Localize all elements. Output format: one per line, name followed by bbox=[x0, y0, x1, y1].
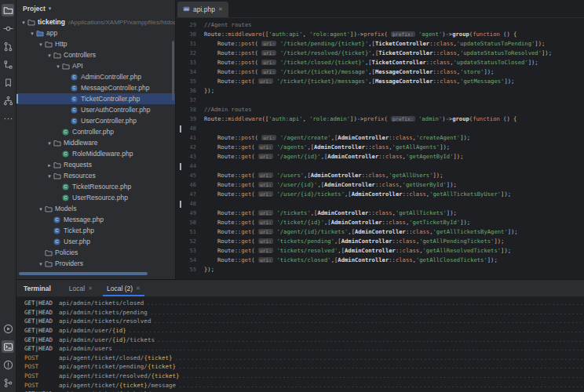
chevron-down-icon[interactable]: ▾ bbox=[46, 173, 53, 179]
vertical-scrollbar[interactable] bbox=[172, 41, 174, 100]
tree-row[interactable]: CTicket.php bbox=[16, 225, 175, 236]
parameter-hint: uri: bbox=[261, 60, 276, 65]
tree-row[interactable]: CController.php bbox=[16, 126, 175, 137]
code-segment: ]); bbox=[535, 40, 545, 47]
tree-row[interactable]: CAdminController.php bbox=[16, 71, 175, 82]
tree-row[interactable]: ▾Providers bbox=[16, 258, 175, 269]
chevron-right-icon[interactable]: ▸ bbox=[46, 162, 53, 168]
problems-icon[interactable] bbox=[2, 358, 14, 371]
tree-row[interactable]: CMessage.php bbox=[16, 214, 175, 225]
terminal-icon[interactable] bbox=[2, 340, 14, 353]
code-line[interactable]: 36}); bbox=[176, 86, 584, 96]
tree-row[interactable]: CTicketController.php bbox=[16, 93, 175, 104]
chevron-down-icon[interactable]: ▾ bbox=[46, 140, 53, 146]
tree-row[interactable]: CRoleMiddleware.php bbox=[16, 148, 175, 159]
code-line[interactable]: 32Route::post( uri: '/ticket/resolved/{t… bbox=[176, 49, 584, 58]
editor-tab-bar: php api.php ✕ bbox=[176, 0, 584, 18]
code-line[interactable]: 47Route::get( uri: '/user/{id}/tickets',… bbox=[176, 190, 584, 199]
chevron-down-icon[interactable]: ▾ bbox=[37, 261, 45, 267]
more-icon[interactable] bbox=[2, 112, 14, 125]
parameter-hint: uri: bbox=[258, 144, 273, 150]
code-segment: ( bbox=[251, 181, 258, 188]
horizontal-scrollbar[interactable] bbox=[19, 272, 148, 275]
route-method: POST bbox=[24, 354, 59, 361]
hierarchy-icon[interactable] bbox=[2, 94, 14, 107]
code-line[interactable]: 43Route::get( uri: '/agent/{id}',[AdminC… bbox=[176, 152, 584, 162]
run-icon[interactable] bbox=[2, 322, 14, 335]
project-icon[interactable] bbox=[2, 4, 14, 16]
code-line[interactable]: 31Route::post( uri: '/ticket/pending/{ti… bbox=[176, 39, 584, 49]
code-line[interactable]: 39Route::middleware(['auth:api', 'role:a… bbox=[176, 114, 584, 124]
code-line[interactable]: 50Route::get( uri: '/ticket/{id}',[Admin… bbox=[176, 218, 584, 227]
chevron-down-icon[interactable]: ▾ bbox=[49, 5, 52, 11]
code-line[interactable]: 29//Agent routes bbox=[176, 20, 584, 30]
tree-row[interactable]: CUserResource.php bbox=[16, 192, 175, 203]
chevron-down-icon[interactable]: ▾ bbox=[54, 64, 62, 69]
git-icon[interactable] bbox=[2, 376, 14, 389]
code-line[interactable]: 37 bbox=[176, 96, 584, 105]
code-line[interactable]: 53Route::get( uri: 'tickets/resolved',[A… bbox=[176, 246, 584, 256]
tree-row[interactable]: ▾API bbox=[16, 60, 175, 71]
structure-icon[interactable] bbox=[2, 58, 14, 71]
code-line[interactable]: 49Route::get( uri: '/tickets',[AdminCont… bbox=[176, 209, 584, 218]
code-line[interactable]: 42Route::get( uri: '/agents',[AdminContr… bbox=[176, 143, 584, 152]
tree-row[interactable]: CUserAuthController.php bbox=[16, 104, 175, 115]
code-line[interactable]: 51Route::get( uri: '/agent/{id}/tickets'… bbox=[176, 227, 584, 237]
chevron-down-icon[interactable]: ▾ bbox=[37, 206, 45, 212]
code-segment: Route:: bbox=[217, 228, 241, 235]
code-segment: get bbox=[241, 247, 251, 254]
code-segment: Route:: bbox=[217, 219, 241, 226]
tree-row[interactable]: Policies bbox=[16, 247, 175, 258]
route-param: {ticket} bbox=[119, 382, 148, 389]
close-icon[interactable]: ✕ bbox=[218, 6, 223, 13]
code-line[interactable]: 35Route::get( uri: '/ticket/{ticket}/mes… bbox=[176, 77, 584, 86]
code-area[interactable]: 29//Agent routes30Route::middleware(['au… bbox=[176, 18, 584, 279]
tree-row[interactable]: ▾Controllers bbox=[16, 49, 175, 60]
code-line[interactable]: 38//Admin routes bbox=[176, 105, 584, 114]
code-line[interactable]: 34Route::post( uri: '/ticket/{ticket}/me… bbox=[176, 67, 584, 77]
code-line[interactable]: 30Route::middleware(['auth:api', 'role:a… bbox=[176, 30, 584, 39]
tree-row[interactable]: CUser.php bbox=[16, 236, 175, 247]
bookmarks-icon[interactable] bbox=[2, 76, 14, 89]
tree-row[interactable]: ▸Requests bbox=[16, 159, 175, 170]
close-icon[interactable]: ✕ bbox=[136, 285, 141, 292]
code-line[interactable]: 52Route::get( uri: 'tickets/pending',[Ad… bbox=[176, 237, 584, 246]
close-icon[interactable]: ✕ bbox=[88, 285, 93, 292]
terminal-output[interactable]: GET|HEADapi/admin/tickets/closed........… bbox=[16, 297, 584, 392]
tree-row[interactable]: ▾app bbox=[16, 27, 175, 38]
pull-requests-icon[interactable] bbox=[2, 40, 14, 53]
terminal-row: GET|HEADapi/admin/tickets/closed........… bbox=[24, 299, 584, 308]
terminal-tab-2[interactable]: Local (2)✕ bbox=[100, 280, 148, 296]
chevron-down-icon[interactable]: ▾ bbox=[46, 53, 53, 58]
project-panel-header[interactable]: Project ▾ bbox=[16, 0, 175, 16]
tree-row[interactable]: CUserController.php bbox=[16, 115, 175, 126]
code-line[interactable]: 44 bbox=[176, 162, 584, 171]
chevron-down-icon[interactable]: ▾ bbox=[37, 42, 45, 47]
tree-row[interactable]: ▾Http bbox=[16, 38, 175, 49]
chevron-down-icon[interactable]: ▾ bbox=[28, 31, 36, 36]
code-line[interactable]: 41Route::post( uri: '/agent/create',[Adm… bbox=[176, 133, 584, 143]
chevron-down-icon[interactable]: ▾ bbox=[20, 20, 27, 25]
parameter-hint: uri: bbox=[258, 182, 273, 187]
tree-row[interactable]: ▾ticketing/Applications/XAMPP/xamppfiles… bbox=[16, 16, 175, 27]
tree-row[interactable]: ▾Models bbox=[16, 203, 175, 214]
tree-row[interactable]: CTicketResource.php bbox=[16, 181, 175, 192]
code-line[interactable]: 33Route::post( uri: '/ticket/closed/{tic… bbox=[176, 58, 584, 67]
code-line[interactable]: 55}); bbox=[176, 265, 584, 274]
tree-row[interactable]: CMessageController.php bbox=[16, 82, 175, 93]
code-line[interactable]: 46Route::get( uri: '/user/{id}',[AdminCo… bbox=[176, 180, 584, 190]
code-text bbox=[204, 96, 584, 105]
tree-row[interactable]: ▾Middleware bbox=[16, 137, 175, 148]
code-line[interactable]: 40 bbox=[176, 124, 584, 133]
editor-tab-api-php[interactable]: php api.php ✕ bbox=[177, 2, 228, 17]
tree-item-label: UserAuthController.php bbox=[81, 106, 150, 114]
commit-icon[interactable] bbox=[2, 22, 14, 34]
code-line[interactable]: 45Route::get( uri: '/users',[AdminContro… bbox=[176, 171, 584, 180]
parameter-hint: uri: bbox=[258, 257, 273, 263]
tree-row[interactable]: ▾Resources bbox=[16, 170, 175, 181]
tree-item-label: API bbox=[72, 62, 83, 70]
code-segment: }); bbox=[204, 266, 214, 273]
code-line[interactable]: 54Route::get( uri: 'tickets/closed',[Adm… bbox=[176, 256, 584, 265]
terminal-tab-1[interactable]: Local✕ bbox=[62, 280, 100, 296]
code-line[interactable]: 48 bbox=[176, 199, 584, 209]
